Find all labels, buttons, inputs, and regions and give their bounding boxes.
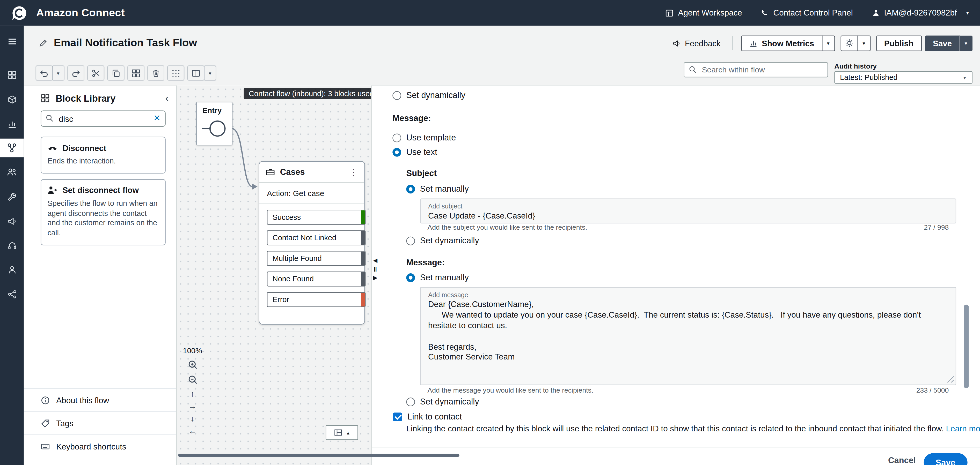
block-card-set-disconnect-flow[interactable]: Set disconnect flow Specifies the flow t…: [41, 179, 165, 246]
radio-subject-set-manually[interactable]: Set manually: [406, 184, 469, 194]
delete-button[interactable]: [148, 65, 164, 81]
settings-dropdown-button[interactable]: ▼: [857, 35, 870, 51]
output-success[interactable]: Success: [267, 210, 366, 225]
radio-icon: [406, 236, 415, 245]
output-connector[interactable]: [361, 230, 365, 246]
publish-button[interactable]: Publish: [876, 35, 921, 51]
radio-message-set-dynamically[interactable]: Set dynamically: [406, 397, 479, 406]
sidebar-item-profile[interactable]: [0, 260, 24, 279]
output-label: Success: [272, 213, 301, 222]
edit-pencil-icon[interactable]: [39, 39, 48, 48]
pan-right-button[interactable]: →: [188, 402, 196, 410]
block-search-input[interactable]: [41, 110, 165, 127]
output-connector[interactable]: [361, 210, 365, 225]
panel-save-button[interactable]: Save: [924, 453, 967, 465]
radio-message-set-manually[interactable]: Set manually: [406, 273, 469, 282]
pan-up-button[interactable]: ↑: [191, 389, 195, 397]
block-title: Set disconnect flow: [62, 186, 139, 195]
output-connector[interactable]: [361, 292, 365, 307]
disconnect-icon: [48, 143, 58, 153]
checkbox-checked-icon: [393, 412, 402, 421]
minimap-toggle-button[interactable]: ▲: [326, 425, 358, 440]
save-dropdown-button[interactable]: ▼: [959, 35, 972, 51]
cancel-button[interactable]: Cancel: [888, 456, 916, 465]
agent-workspace-link[interactable]: Agent Workspace: [665, 8, 742, 17]
about-this-flow-button[interactable]: About this flow: [24, 388, 176, 411]
drag-handle-button[interactable]: [167, 65, 184, 81]
expand-right-icon[interactable]: ▶: [373, 275, 377, 281]
grid-icon: [7, 70, 17, 80]
horizontal-scrollbar[interactable]: [178, 454, 460, 457]
megaphone-icon: [7, 216, 17, 225]
output-contact-not-linked[interactable]: Contact Not Linked: [267, 230, 366, 246]
clear-search-icon[interactable]: ✕: [153, 113, 161, 123]
radio-set-dynamically-top[interactable]: Set dynamically: [392, 90, 465, 100]
output-label: Multiple Found: [272, 254, 322, 263]
tag-icon: [41, 419, 50, 428]
search-within-flow-input[interactable]: [684, 62, 828, 77]
show-metrics-dropdown-button[interactable]: ▼: [822, 35, 835, 51]
sidebar-item-flows[interactable]: [0, 139, 24, 157]
message-helper-row: Add the message you would like sent to t…: [420, 386, 956, 394]
contact-control-panel-link[interactable]: Contact Control Panel: [761, 8, 853, 17]
tags-button[interactable]: Tags: [24, 411, 176, 434]
learn-more-link[interactable]: Learn more: [946, 424, 980, 433]
collapse-panel-icon[interactable]: ‹: [165, 95, 169, 102]
show-metrics-button[interactable]: Show Metrics: [741, 35, 822, 51]
radio-subject-set-dynamically[interactable]: Set dynamically: [406, 236, 479, 245]
settings-button[interactable]: [840, 35, 858, 51]
chevron-down-icon: ▼: [965, 10, 970, 16]
undo-dropdown-button[interactable]: ▼: [52, 65, 64, 81]
flow-icon: [7, 143, 17, 153]
subject-input-label: Add subject: [428, 202, 948, 210]
copy-button[interactable]: [107, 65, 124, 81]
block-description: Ends the interaction.: [48, 157, 159, 167]
layout-button[interactable]: [188, 65, 204, 81]
resize-handle[interactable]: [947, 376, 954, 383]
sidebar-item-analytics[interactable]: [0, 114, 24, 133]
message-textarea[interactable]: Add message Dear {Case.CustomerName}, We…: [420, 287, 956, 385]
zoom-out-button[interactable]: [187, 375, 198, 385]
block-card-disconnect[interactable]: Disconnect Ends the interaction.: [41, 137, 165, 173]
block-menu-icon[interactable]: ⋮: [350, 167, 358, 177]
radio-use-template[interactable]: Use template: [392, 133, 456, 142]
feedback-button[interactable]: Feedback: [672, 38, 721, 48]
undo-button[interactable]: [36, 65, 52, 81]
output-connector[interactable]: [361, 271, 365, 287]
subject-input[interactable]: Add subject Case Update - {Case.CaseId}: [420, 198, 956, 224]
audit-history-label: Audit history: [834, 62, 972, 70]
output-none-found[interactable]: None Found: [267, 271, 366, 287]
zoom-in-button[interactable]: [187, 359, 198, 370]
layout-dropdown-button[interactable]: ▼: [204, 65, 216, 81]
contact-control-panel-label: Contact Control Panel: [773, 8, 853, 17]
vertical-scrollbar[interactable]: [964, 305, 969, 388]
account-menu[interactable]: IAM@d-92670982bf ▼: [872, 8, 970, 17]
sidebar-item-integrations[interactable]: [0, 285, 24, 303]
pan-left-button[interactable]: ←: [188, 427, 196, 435]
splitter-handle-icon[interactable]: ‖: [374, 266, 377, 272]
cut-button[interactable]: [88, 65, 104, 81]
collapse-left-icon[interactable]: ◀: [373, 257, 377, 263]
sidebar-item-tools[interactable]: [0, 187, 24, 206]
radio-use-text[interactable]: Use text: [392, 148, 437, 157]
link-to-contact-checkbox[interactable]: Link to contact: [393, 412, 462, 421]
entry-block[interactable]: Entry: [196, 102, 232, 145]
audit-history-select[interactable]: Latest: Published ▼: [834, 71, 972, 84]
sidebar-item-dashboard[interactable]: [0, 65, 24, 84]
redo-button[interactable]: [68, 65, 84, 81]
sidebar-item-campaigns[interactable]: [0, 211, 24, 230]
panel-splitter: ◀ ‖ ▶: [373, 257, 377, 281]
left-navigation-rail: [0, 25, 24, 465]
sidebar-item-channels[interactable]: [0, 90, 24, 109]
menu-button[interactable]: [0, 32, 24, 51]
sidebar-item-contact[interactable]: [0, 236, 24, 254]
sidebar-item-users[interactable]: [0, 163, 24, 182]
group-blocks-button[interactable]: [127, 65, 145, 81]
pan-down-button[interactable]: ↓: [191, 414, 195, 422]
output-error[interactable]: Error: [267, 292, 366, 307]
cases-block[interactable]: Cases ⋮ Action: Get case Success Contact…: [259, 161, 365, 325]
output-connector[interactable]: [361, 251, 365, 266]
save-button[interactable]: Save: [925, 35, 960, 51]
output-multiple-found[interactable]: Multiple Found: [267, 251, 366, 266]
keyboard-shortcuts-button[interactable]: Keyboard shortcuts: [24, 435, 176, 457]
